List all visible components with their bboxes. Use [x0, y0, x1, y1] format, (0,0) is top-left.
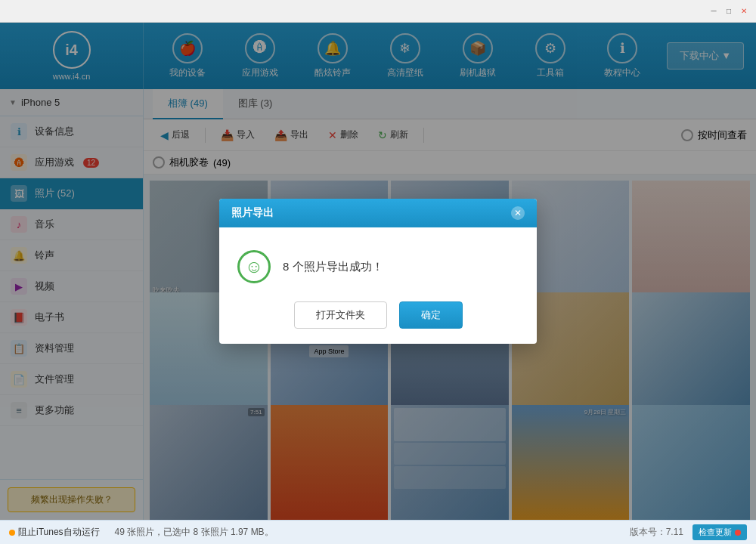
titlebar: ─ □ ✕ [0, 0, 756, 23]
check-update-button[interactable]: 检查更新 [692, 524, 747, 540]
open-folder-button[interactable]: 打开文件夹 [294, 301, 387, 329]
modal-body: ☺ 8 个照片导出成功！ [219, 227, 537, 301]
check-update-label: 检查更新 [699, 527, 732, 538]
itunes-label: 阻止iTunes自动运行 [18, 526, 100, 539]
close-button[interactable]: ✕ [738, 5, 750, 17]
version-text: 版本号：7.11 [630, 526, 683, 539]
itunes-auto-run-button[interactable]: 阻止iTunes自动运行 [9, 526, 100, 539]
minimize-button[interactable]: ─ [708, 5, 720, 17]
itunes-status-dot [9, 530, 15, 536]
modal-overlay: 照片导出 ✕ ☺ 8 个照片导出成功！ 打开文件夹 确定 [0, 23, 756, 520]
modal-footer: 打开文件夹 确定 [219, 301, 537, 344]
status-text: 49 张照片，已选中 8 张照片 1.97 MB。 [115, 526, 274, 539]
statusbar: 阻止iTunes自动运行 49 张照片，已选中 8 张照片 1.97 MB。 版… [0, 520, 756, 544]
update-indicator-dot [735, 530, 741, 536]
modal-close-button[interactable]: ✕ [511, 206, 525, 220]
modal-title: 照片导出 [231, 206, 274, 220]
confirm-button[interactable]: 确定 [399, 301, 463, 329]
export-success-modal: 照片导出 ✕ ☺ 8 个照片导出成功！ 打开文件夹 确定 [219, 199, 537, 344]
success-smile-icon: ☺ [237, 250, 271, 283]
modal-header: 照片导出 ✕ [219, 199, 537, 227]
statusbar-right: 版本号：7.11 检查更新 [630, 524, 747, 540]
maximize-button[interactable]: □ [723, 5, 735, 17]
modal-message: 8 个照片导出成功！ [283, 260, 383, 274]
